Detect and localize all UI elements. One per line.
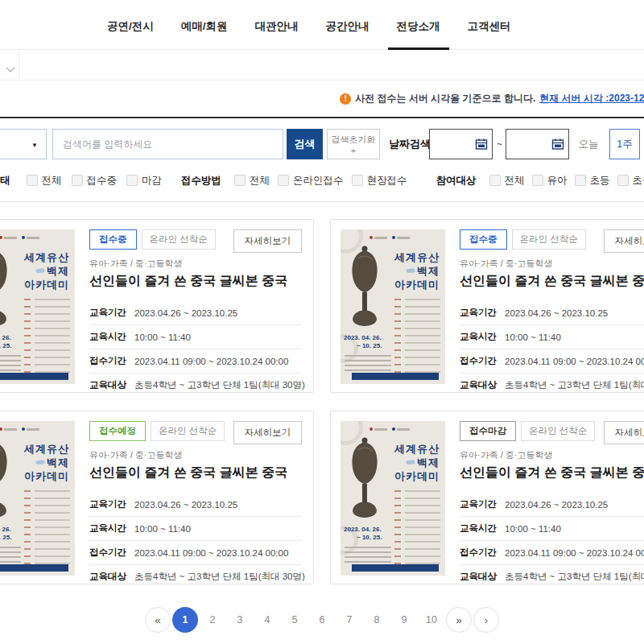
program-poster-image: 세계유산 백제 아카데미 2023. 04. 26. ~ 10. 25. [0, 421, 75, 576]
poster-bottom-bar [0, 564, 68, 572]
nav-item-performance[interactable]: 공연/전시 [93, 0, 167, 50]
filter-status-open[interactable]: 접수중 [72, 174, 118, 188]
info-label: 교육기간 [89, 498, 134, 510]
poster-schedule-list [405, 490, 440, 568]
pagination-page-6[interactable]: 6 [309, 607, 335, 633]
detail-button[interactable]: 자세히보기 [233, 229, 303, 253]
pagination-next-button[interactable]: › [473, 607, 499, 633]
info-row: 교육대상초등4학년 ~ 고3학년 단체 1팀(최대 30명) [460, 564, 644, 588]
poster-bottom-bar [352, 564, 439, 572]
program-poster-image: 세계유산 백제 아카데미 2023. 04. 26. ~ 10. 25. [341, 229, 445, 384]
detail-button[interactable]: 자세히보기 [604, 421, 644, 444]
calendar-icon [551, 138, 564, 154]
nav-item-ticketing[interactable]: 예매/회원 [167, 0, 242, 50]
pagination-page-5[interactable]: 5 [282, 607, 308, 633]
pagination-first-button[interactable]: « [145, 607, 171, 633]
detail-button[interactable]: 자세히보기 [233, 421, 303, 444]
filter-target-toddler[interactable]: 유아 [532, 174, 568, 188]
filter-target-elementary-1[interactable]: 초등 [575, 174, 610, 188]
status-badge: 접수예정 [89, 421, 146, 441]
pagination-page-1[interactable]: 1 [172, 607, 198, 633]
poster-logos [0, 427, 39, 431]
cloud-icon [406, 267, 415, 273]
nav-item-rental[interactable]: 대관안내 [242, 0, 312, 50]
poster-logos [0, 236, 39, 239]
checkbox[interactable] [278, 175, 289, 186]
pagination-page-8[interactable]: 8 [364, 607, 390, 633]
program-card[interactable]: 세계유산 백제 아카데미 2023. 04. 26. ~ 10. 25. 접수중… [330, 219, 644, 393]
info-row: 교육기간2023.04.26 ~ 2023.10.25 [460, 301, 644, 324]
program-card[interactable]: 세계유산 백제 아카데미 2023. 04. 26. ~ 10. 25. 접수예… [0, 411, 314, 584]
checkbox[interactable] [575, 175, 586, 186]
nav-item-customer[interactable]: 고객센터 [454, 0, 525, 50]
subnav-divider [19, 50, 19, 80]
pagination-last-button[interactable]: » [446, 607, 472, 633]
info-label: 교육기간 [89, 307, 134, 319]
status-badge: 접수중 [460, 229, 507, 250]
date-to-input[interactable] [506, 129, 569, 159]
nav-item-about-active[interactable]: 전당소개 [383, 0, 454, 50]
info-row: 교육시간10:00 ~ 11:40 [89, 516, 302, 540]
today-button[interactable]: 오늘 [573, 129, 604, 159]
checkbox[interactable] [126, 175, 138, 186]
filter-status-all[interactable]: 전체 [27, 174, 62, 188]
info-row: 접수기간2023.04.11 09:00 ~ 2023.10.24 00:00 [460, 540, 644, 564]
filter-target-elementary-2[interactable]: 초등 [617, 174, 644, 188]
sub-navigation-bar [0, 50, 644, 80]
info-value: 2023.04.26 ~ 2023.10.25 [505, 500, 608, 510]
info-label: 교육기간 [460, 498, 505, 510]
pagination-page-4[interactable]: 4 [254, 607, 280, 633]
pagination-page-3[interactable]: 3 [227, 607, 253, 633]
nav-item-space[interactable]: 공간안내 [312, 0, 383, 50]
filter-method-online[interactable]: 온라인접수 [278, 174, 344, 188]
program-title[interactable]: 선인들이 즐겨 쓴 중국 글씨본 중국 [89, 464, 302, 481]
program-card[interactable]: 세계유산 백제 아카데미 2023. 04. 26. ~ 10. 25. 접수마… [330, 411, 644, 584]
program-title[interactable]: 선인들이 즐겨 쓴 중국 글씨본 중국 [460, 464, 644, 481]
server-time-link[interactable]: 현재 서버 시각 :2023-12-0 [539, 92, 644, 105]
pagination-page-9[interactable]: 9 [391, 607, 417, 633]
date-search-label: 날짜검색 [389, 129, 431, 159]
checkbox[interactable] [532, 175, 543, 186]
cloud-icon [35, 267, 45, 273]
pagination-page-2[interactable]: 2 [200, 607, 225, 633]
filter-target-all[interactable]: 전체 [489, 174, 525, 188]
poster-bottom-bar [0, 373, 68, 380]
info-row: 교육대상초등4학년 ~ 고3학년 단체 1팀(최대 30명) [460, 373, 644, 397]
checkbox-label: 현장접수 [367, 174, 407, 188]
checkbox[interactable] [352, 175, 363, 186]
poster-dates: 2023. 04. 26. ~ 10. 25. [344, 526, 382, 542]
one-week-button[interactable]: 1주 [609, 129, 640, 159]
program-card[interactable]: 세계유산 백제 아카데미 2023. 04. 26. ~ 10. 25. 접수중… [0, 219, 314, 393]
checkbox[interactable] [489, 175, 501, 186]
search-input[interactable] [52, 129, 283, 159]
checkbox-label: 전체 [505, 174, 525, 188]
method-badge: 온라인 선착순 [521, 421, 595, 441]
info-value: 2023.04.11 09:00 ~ 2023.10.24 00:00 [134, 548, 288, 558]
search-category-select[interactable]: ▼ [0, 129, 47, 159]
checkbox-label: 전체 [42, 174, 62, 188]
info-value: 2023.04.11 09:00 ~ 2023.10.24 00:00 [505, 548, 644, 558]
search-reset-button[interactable]: 검색초기화 + [327, 129, 380, 159]
program-poster-image: 세계유산 백제 아카데미 2023. 04. 26. ~ 10. 25. [0, 229, 75, 384]
program-category: 유아·가족 / 중·고등학생 [89, 258, 302, 270]
filter-method-onsite[interactable]: 현장접수 [352, 174, 407, 188]
search-button[interactable]: 검색 [287, 129, 323, 159]
info-label: 교육대상 [89, 571, 134, 583]
checkbox[interactable] [617, 175, 629, 186]
chevron-down-icon[interactable] [6, 62, 15, 76]
poster-title: 세계유산 백제 아카데미 [394, 442, 440, 483]
checkbox[interactable] [234, 175, 246, 186]
checkbox[interactable] [27, 175, 38, 186]
search-row: ▼ 검색 검색초기화 + 날짜검색 ~ 오늘 1주 [0, 129, 644, 159]
pagination-page-7[interactable]: 7 [336, 607, 362, 633]
date-from-input[interactable] [429, 129, 493, 159]
detail-button[interactable]: 자세히보기 [604, 229, 644, 253]
method-badge: 온라인 선착순 [142, 229, 216, 250]
pagination-page-10[interactable]: 10 [419, 607, 444, 633]
program-title[interactable]: 선인들이 즐겨 쓴 중국 글씨본 중국 [89, 273, 302, 290]
status-filter-label: 태 [0, 174, 10, 188]
program-title[interactable]: 선인들이 즐겨 쓴 중국 글씨본 중국 [460, 273, 644, 290]
checkbox[interactable] [72, 175, 83, 186]
filter-method-all[interactable]: 전체 [234, 174, 270, 188]
filter-status-closed[interactable]: 마감 [126, 174, 162, 188]
